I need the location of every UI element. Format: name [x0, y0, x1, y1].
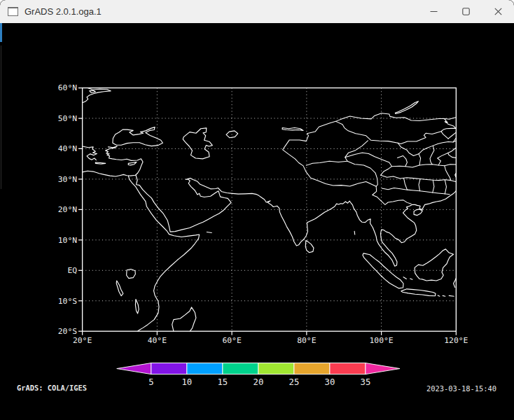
- left-edge-artifact: [0, 23, 2, 42]
- colorbar-segment: [151, 363, 187, 374]
- colorbar-segment: [258, 363, 294, 374]
- country-border: [419, 154, 421, 165]
- country-border: [448, 132, 456, 139]
- colorbar-level-label: 30: [325, 377, 335, 387]
- y-axis-label: 50°N: [58, 113, 77, 123]
- colorbar-segment: [187, 363, 223, 374]
- country-border: [404, 178, 408, 190]
- y-axis-label: 20°N: [58, 204, 77, 214]
- country-border: [381, 175, 456, 181]
- coastline: [448, 148, 457, 158]
- colorbar-arrow-above: [366, 363, 400, 374]
- y-axis-label: 10°N: [58, 235, 77, 245]
- colorbar-level-label: 20: [253, 377, 263, 387]
- status-credit: GrADS: COLA/IGES: [17, 384, 87, 392]
- coastline: [136, 175, 456, 266]
- left-edge-line: [1, 46, 1, 189]
- country-border: [345, 153, 392, 175]
- coastline: [415, 249, 453, 281]
- y-axis-label: EQ: [67, 265, 77, 275]
- country-border: [398, 155, 408, 166]
- coastline: [83, 146, 97, 160]
- coastline: [438, 295, 440, 296]
- map-plot: 20°E40°E60°E80°E100°E120°E60°N50°N40°N30…: [0, 23, 514, 417]
- country-border: [441, 132, 448, 139]
- status-timestamp: 2023-03-18-15:40: [426, 384, 496, 393]
- coastline: [90, 90, 96, 92]
- country-border: [283, 121, 412, 204]
- country-border: [445, 180, 446, 194]
- coastline: [414, 209, 422, 216]
- country-border: [445, 166, 451, 181]
- titlebar[interactable]: GrADS 2.0.1.oga.1: [0, 0, 514, 23]
- coastline: [128, 162, 137, 165]
- coastline: [401, 289, 436, 296]
- grads-window: GrADS 2.0.1.oga.1: [0, 0, 514, 420]
- x-axis-label: 100°E: [370, 335, 394, 345]
- coastline: [135, 300, 139, 314]
- colorbar-arrow-below: [117, 363, 151, 374]
- coastline: [443, 295, 445, 296]
- y-axis-label: 40°N: [58, 144, 77, 153]
- coastline: [449, 295, 454, 296]
- coastline: [83, 146, 143, 176]
- grads-canvas: 20°E40°E60°E80°E100°E120°E60°N50°N40°N30…: [0, 23, 514, 417]
- country-border: [433, 180, 434, 192]
- coastline: [395, 102, 418, 114]
- country-border: [336, 113, 456, 144]
- coastline: [116, 281, 123, 296]
- y-axis-label: 20°S: [58, 326, 77, 336]
- colorbar-segment: [223, 363, 258, 374]
- app-window-icon: [8, 7, 18, 16]
- maximize-button[interactable]: [450, 0, 482, 23]
- window-title: GrADS 2.0.1.oga.1: [25, 6, 102, 17]
- coastline: [363, 253, 403, 288]
- colorbar-level-label: 15: [217, 377, 228, 387]
- y-axis-label: 60°N: [58, 83, 77, 92]
- colorbar-level-label: 25: [289, 377, 300, 387]
- coastline: [410, 279, 412, 279]
- minimize-button[interactable]: [417, 0, 450, 23]
- window-controls: [417, 0, 514, 23]
- y-axis-label: 10°S: [58, 296, 77, 306]
- color-bar: 5101520253035: [117, 363, 400, 387]
- y-axis-label: 30°N: [58, 174, 77, 184]
- maximize-icon: [462, 8, 470, 15]
- country-border: [382, 188, 450, 194]
- coastline: [183, 128, 212, 159]
- x-axis-label: 80°E: [297, 335, 316, 345]
- colorbar-level-label: 10: [181, 377, 192, 387]
- colorbar-segment: [294, 363, 330, 374]
- country-border: [419, 178, 420, 190]
- coastline: [282, 128, 303, 131]
- x-axis-label: 120°E: [444, 335, 468, 345]
- coastline: [305, 241, 314, 253]
- colorbar-level-label: 35: [361, 377, 371, 387]
- colorbar-segment: [330, 363, 366, 374]
- x-axis-label: 40°E: [148, 335, 167, 345]
- x-axis-label: 60°E: [222, 335, 241, 345]
- axis-ticks-and-labels: 20°E40°E60°E80°E100°E120°E60°N50°N40°N30…: [58, 83, 468, 345]
- country-border: [392, 164, 456, 167]
- minimize-icon: [430, 8, 438, 15]
- country-border: [430, 146, 434, 164]
- colorbar-level-label: 5: [148, 377, 153, 387]
- coastline: [207, 232, 211, 233]
- close-button[interactable]: [482, 0, 514, 23]
- coastline: [83, 88, 111, 103]
- coastline: [127, 270, 136, 279]
- country-border: [438, 153, 448, 165]
- coastline: [172, 307, 196, 331]
- coastline: [403, 277, 406, 279]
- coastline: [354, 231, 355, 234]
- x-axis-label: 20°E: [73, 335, 92, 345]
- coastline: [113, 127, 163, 146]
- coastline: [128, 176, 199, 331]
- coastline: [95, 162, 105, 164]
- close-icon: [494, 8, 502, 15]
- country-border: [306, 141, 368, 166]
- lat-lon-gridlines: [83, 88, 457, 332]
